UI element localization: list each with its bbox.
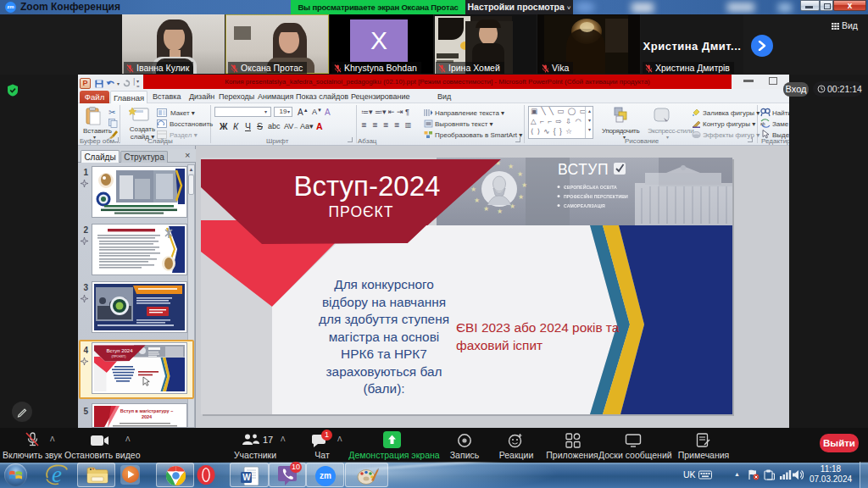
svg-text:Вступ 2024: Вступ 2024: [106, 348, 133, 353]
svg-text:W: W: [242, 473, 251, 482]
svg-text:ЄВРОПЕЙСЬКА ОСВІТА: ЄВРОПЕЙСЬКА ОСВІТА: [564, 184, 617, 190]
svg-text:★: ★: [470, 186, 476, 193]
svg-text:★: ★: [483, 205, 489, 213]
svg-text:для здобуття ступеня: для здобуття ступеня: [319, 312, 449, 326]
svg-text:Вступ-2024: Вступ-2024: [294, 170, 441, 202]
svg-text:Для конкурсного: Для конкурсного: [334, 277, 434, 291]
svg-text:Вступ в магістратуру –: Вступ в магістратуру –: [120, 408, 173, 413]
svg-text:НРК6 та НРК7: НРК6 та НРК7: [341, 347, 427, 361]
svg-text:ЄВІ 2023 або 2024 років та: ЄВІ 2023 або 2024 років та: [456, 320, 620, 335]
svg-text:САМОРЕАЛІЗАЦІЯ: САМОРЕАЛІЗАЦІЯ: [564, 203, 605, 208]
svg-text:ПРОЄКТ: ПРОЄКТ: [329, 203, 394, 220]
svg-text:ВСТУП: ВСТУП: [558, 161, 609, 178]
svg-text:2024: 2024: [142, 414, 153, 419]
svg-text:магістра на основі: магістра на основі: [329, 330, 440, 344]
svg-text:★: ★: [517, 170, 523, 178]
svg-text:фаховий іспит: фаховий іспит: [456, 338, 542, 352]
svg-text:★: ★: [497, 208, 503, 215]
svg-text:(бали):: (бали):: [363, 381, 404, 396]
svg-text:ПРОФЕСІЙНІ ПЕРСПЕКТИВИ: ПРОФЕСІЙНІ ПЕРСПЕКТИВИ: [564, 193, 628, 199]
svg-text:★: ★: [521, 181, 527, 189]
svg-text:★: ★: [508, 163, 514, 170]
svg-text:★: ★: [509, 202, 515, 210]
svg-text:ab: ab: [760, 121, 765, 126]
svg-text:відбору на навчання: відбору на навчання: [322, 295, 446, 309]
svg-text:(ПРОЄКТ): (ПРОЄКТ): [112, 355, 126, 358]
svg-text:зараховуються бал: зараховуються бал: [326, 364, 442, 379]
svg-text:★: ★: [474, 197, 480, 204]
svg-text:★: ★: [518, 193, 524, 201]
